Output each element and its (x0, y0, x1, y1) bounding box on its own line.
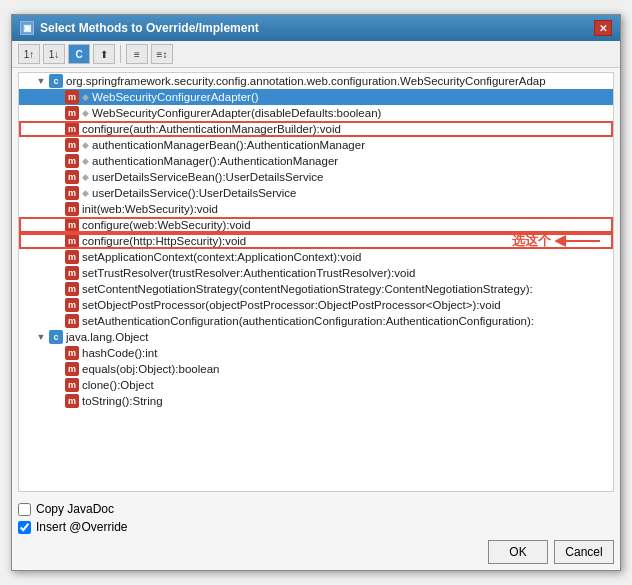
method-icon: m (65, 138, 79, 152)
method-icon: m (65, 106, 79, 120)
insert-override-checkbox[interactable] (18, 521, 31, 534)
arrow-annotation: 选这个 (512, 232, 605, 250)
method-label: setAuthenticationConfiguration(authentic… (82, 315, 534, 327)
expand-icon (51, 379, 63, 391)
method-icon: m (65, 378, 79, 392)
method-icon: m (65, 186, 79, 200)
cancel-button[interactable]: Cancel (554, 540, 614, 564)
method-label: hashCode():int (82, 347, 157, 359)
method-label: setApplicationContext(context:Applicatio… (82, 251, 361, 263)
method-label: configure(auth:AuthenticationManagerBuil… (82, 123, 341, 135)
list-item[interactable]: m ◆ userDetailsServiceBean():UserDetails… (19, 169, 613, 185)
method-icon: m (65, 250, 79, 264)
method-icon: m (65, 282, 79, 296)
sort-desc-button[interactable]: 1↓ (43, 44, 65, 64)
expand-icon (51, 347, 63, 359)
method-label: userDetailsServiceBean():UserDetailsServ… (92, 171, 323, 183)
method-label: toString():String (82, 395, 163, 407)
list-item[interactable]: m toString():String (19, 393, 613, 409)
toolbar-separator (120, 45, 121, 63)
methods-tree[interactable]: ▼ c org.springframework.security.config.… (18, 72, 614, 492)
method-icon: m (65, 154, 79, 168)
dialog-icon: ▣ (20, 21, 34, 35)
dialog-title: Select Methods to Override/Implement (40, 21, 259, 35)
list-item[interactable]: m setApplicationContext(context:Applicat… (19, 249, 613, 265)
expand-icon (51, 299, 63, 311)
root-label: org.springframework.security.config.anno… (66, 75, 546, 87)
list-item[interactable]: m ◆ authenticationManager():Authenticati… (19, 153, 613, 169)
expand-icon (51, 155, 63, 167)
expand-icon (51, 267, 63, 279)
list-item[interactable]: m init(web:WebSecurity):void (19, 201, 613, 217)
diamond-icon: ◆ (82, 188, 89, 198)
method-icon: m (65, 202, 79, 216)
expand-icon (51, 187, 63, 199)
diamond-icon: ◆ (82, 172, 89, 182)
select-methods-dialog: ▣ Select Methods to Override/Implement ✕… (11, 14, 621, 571)
method-label: configure(web:WebSecurity):void (82, 219, 251, 231)
expand-icon (51, 107, 63, 119)
list-item[interactable]: m configure(http:HttpSecurity):void 选这个 (19, 233, 613, 249)
diamond-icon: ◆ (82, 140, 89, 150)
java-object-node[interactable]: ▼ c java.lang.Object (19, 329, 613, 345)
list-item[interactable]: m setObjectPostProcessor(objectPostProce… (19, 297, 613, 313)
list-item[interactable]: m clone():Object (19, 377, 613, 393)
expand-icon (51, 235, 63, 247)
expand-icon (51, 251, 63, 263)
list-item[interactable]: m equals(obj:Object):boolean (19, 361, 613, 377)
list-item[interactable]: m configure(web:WebSecurity):void (19, 217, 613, 233)
diamond-icon: ◆ (82, 92, 89, 102)
list-item[interactable]: m configure(auth:AuthenticationManagerBu… (19, 121, 613, 137)
method-icon: m (65, 346, 79, 360)
expand-icon (51, 219, 63, 231)
method-label: equals(obj:Object):boolean (82, 363, 219, 375)
copy-javadoc-row: Copy JavaDoc (18, 500, 614, 518)
expand-icon (51, 139, 63, 151)
close-button[interactable]: ✕ (594, 20, 612, 36)
expand-icon (51, 363, 63, 375)
method-icon: m (65, 266, 79, 280)
method-icon: m (65, 234, 79, 248)
method-icon: m (65, 170, 79, 184)
list-item[interactable]: m setAuthenticationConfiguration(authent… (19, 313, 613, 329)
method-label: setContentNegotiationStrategy(contentNeg… (82, 283, 533, 295)
annotation-text: 选这个 (512, 232, 551, 250)
method-label: clone():Object (82, 379, 154, 391)
expand-icon (51, 123, 63, 135)
class-icon: c (49, 74, 63, 88)
method-icon: m (65, 298, 79, 312)
expand-icon: ▼ (35, 331, 47, 343)
copy-javadoc-label[interactable]: Copy JavaDoc (36, 502, 114, 516)
method-label: setTrustResolver(trustResolver:Authentic… (82, 267, 415, 279)
arrow-svg (555, 232, 605, 250)
ok-button[interactable]: OK (488, 540, 548, 564)
method-label: setObjectPostProcessor(objectPostProcess… (82, 299, 501, 311)
expand-icon (51, 203, 63, 215)
insert-override-label[interactable]: Insert @Override (36, 520, 128, 534)
up-button[interactable]: ⬆ (93, 44, 115, 64)
tree-root-node[interactable]: ▼ c org.springframework.security.config.… (19, 73, 613, 89)
list-item[interactable]: m hashCode():int (19, 345, 613, 361)
expand-icon (51, 395, 63, 407)
method-label: authenticationManagerBean():Authenticati… (92, 139, 365, 151)
list-item[interactable]: m ◆ authenticationManagerBean():Authenti… (19, 137, 613, 153)
expand-icon (51, 283, 63, 295)
copy-javadoc-checkbox[interactable] (18, 503, 31, 516)
sort-asc-button[interactable]: 1↑ (18, 44, 40, 64)
list-sort-button[interactable]: ≡↕ (151, 44, 173, 64)
class-icon: c (49, 330, 63, 344)
method-icon: m (65, 218, 79, 232)
insert-override-row: Insert @Override (18, 518, 614, 536)
class-button[interactable]: C (68, 44, 90, 64)
list-button[interactable]: ≡ (126, 44, 148, 64)
expand-icon (51, 91, 63, 103)
expand-icon (51, 315, 63, 327)
list-item[interactable]: m ◆ WebSecurityConfigurerAdapter() (19, 89, 613, 105)
method-label: init(web:WebSecurity):void (82, 203, 218, 215)
bottom-area: Copy JavaDoc Insert @Override OK Cancel (12, 496, 620, 570)
method-label: WebSecurityConfigurerAdapter() (92, 91, 259, 103)
list-item[interactable]: m ◆ userDetailsService():UserDetailsServ… (19, 185, 613, 201)
list-item[interactable]: m ◆ WebSecurityConfigurerAdapter(disable… (19, 105, 613, 121)
list-item[interactable]: m setTrustResolver(trustResolver:Authent… (19, 265, 613, 281)
list-item[interactable]: m setContentNegotiationStrategy(contentN… (19, 281, 613, 297)
